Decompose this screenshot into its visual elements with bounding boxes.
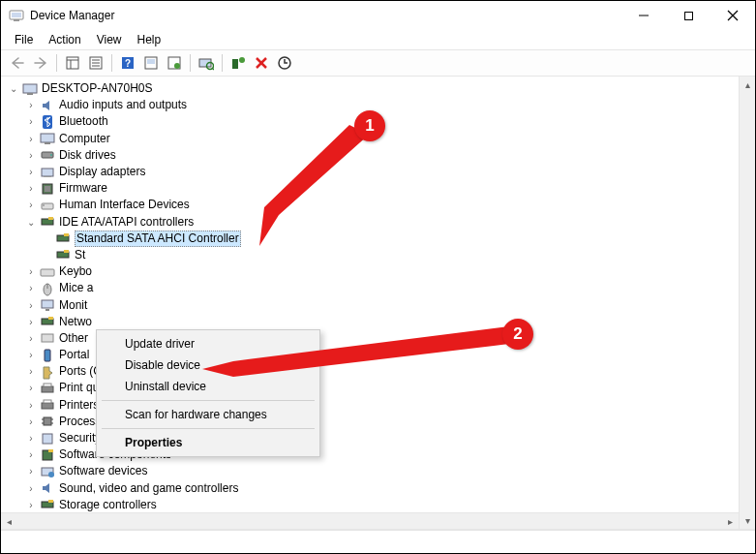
ports-icon xyxy=(40,364,55,380)
chevron-right-icon[interactable]: › xyxy=(24,398,38,412)
disk-icon xyxy=(40,147,55,163)
maximize-button[interactable] xyxy=(666,1,711,30)
chevron-right-icon[interactable]: › xyxy=(24,432,38,446)
chevron-right-icon[interactable]: › xyxy=(24,148,38,162)
menu-view[interactable]: View xyxy=(89,31,130,48)
scroll-up-icon[interactable]: ▴ xyxy=(740,77,755,93)
hid-icon xyxy=(40,198,55,213)
chevron-right-icon[interactable]: › xyxy=(24,331,38,345)
menu-file[interactable]: File xyxy=(7,31,41,48)
svg-rect-35 xyxy=(42,169,53,176)
chevron-right-icon[interactable]: › xyxy=(24,265,38,279)
selected-device-label[interactable]: Standard SATA AHCI Controller xyxy=(75,231,241,247)
chevron-right-icon[interactable]: › xyxy=(24,99,38,112)
root-label[interactable]: DESKTOP-AN70H0S xyxy=(42,80,153,97)
svg-rect-47 xyxy=(41,269,54,276)
chevron-right-icon[interactable]: › xyxy=(24,315,38,328)
chevron-right-icon[interactable]: › xyxy=(24,382,38,395)
svg-rect-46 xyxy=(64,250,69,253)
chevron-right-icon[interactable]: › xyxy=(24,298,38,312)
toolbar-icon-a[interactable] xyxy=(140,52,162,74)
chevron-right-icon[interactable]: › xyxy=(24,448,38,462)
chevron-down-icon[interactable]: ⌄ xyxy=(7,82,20,96)
svg-rect-2 xyxy=(14,19,19,21)
close-button[interactable] xyxy=(711,1,755,30)
show-hide-tree-button[interactable] xyxy=(62,52,83,74)
chevron-right-icon[interactable]: › xyxy=(24,282,38,295)
ctx-disable-device[interactable]: Disable device xyxy=(100,354,317,376)
scroll-down-icon[interactable]: ▾ xyxy=(740,512,755,529)
device-tree[interactable]: ⌄ DESKTOP-AN70H0S ›Audio inputs and outp… xyxy=(1,77,755,530)
software-component-icon xyxy=(40,447,55,463)
ctx-scan-hardware[interactable]: Scan for hardware changes xyxy=(100,404,317,425)
tree-item-label[interactable]: Computer xyxy=(59,131,110,147)
tree-item-label[interactable]: Storage controllers xyxy=(59,497,157,513)
tree-item-label[interactable]: Other xyxy=(59,330,88,347)
vertical-scrollbar[interactable]: ▴ ▾ xyxy=(739,77,755,529)
scroll-right-icon[interactable]: ▸ xyxy=(722,513,739,529)
scroll-left-icon[interactable]: ◂ xyxy=(1,513,17,529)
chevron-right-icon[interactable]: › xyxy=(24,349,38,362)
chevron-right-icon[interactable]: › xyxy=(24,498,38,511)
menu-help[interactable]: Help xyxy=(130,31,169,48)
tree-item-label[interactable]: Keybo xyxy=(59,263,92,280)
tree-item-label[interactable]: Monit xyxy=(59,297,87,314)
tree-item-label[interactable]: Audio inputs and outputs xyxy=(59,97,187,113)
monitor-icon xyxy=(40,297,55,313)
svg-text:?: ? xyxy=(125,58,131,69)
chevron-right-icon[interactable]: › xyxy=(24,132,38,145)
update-driver-button[interactable] xyxy=(274,52,295,74)
ctx-update-driver[interactable]: Update driver xyxy=(100,333,317,354)
svg-rect-57 xyxy=(44,384,51,386)
svg-rect-42 xyxy=(48,217,53,220)
back-button[interactable] xyxy=(7,52,28,74)
menu-separator xyxy=(102,400,315,401)
svg-point-24 xyxy=(239,57,245,63)
tree-item-label[interactable]: Software devices xyxy=(59,463,147,479)
ctx-uninstall-device[interactable]: Uninstall device xyxy=(100,376,317,397)
add-hardware-button[interactable] xyxy=(227,52,249,74)
menubar: File Action View Help xyxy=(1,30,755,49)
tree-item-label[interactable]: Disk drives xyxy=(59,147,116,164)
chevron-right-icon[interactable]: › xyxy=(24,199,38,212)
toolbar-icon-b[interactable] xyxy=(164,52,185,74)
chevron-right-icon[interactable]: › xyxy=(24,166,38,179)
chevron-right-icon[interactable]: › xyxy=(24,115,38,129)
tree-item-label[interactable]: Human Interface Devices xyxy=(59,197,190,213)
svg-rect-1 xyxy=(12,13,21,17)
tree-item-label[interactable]: Bluetooth xyxy=(59,113,108,130)
chevron-right-icon[interactable]: › xyxy=(24,182,38,196)
svg-rect-44 xyxy=(64,233,69,236)
tree-item-label[interactable]: Display adapters xyxy=(59,164,145,180)
chevron-right-icon[interactable]: › xyxy=(24,415,38,428)
svg-rect-56 xyxy=(42,386,53,392)
minimize-button[interactable] xyxy=(621,1,666,30)
tree-item-label[interactable]: IDE ATA/ATAPI controllers xyxy=(59,214,194,231)
horizontal-scrollbar[interactable]: ◂ ▸ xyxy=(1,512,739,529)
tree-item-label[interactable]: Firmware xyxy=(59,180,107,197)
print-queue-icon xyxy=(40,381,55,396)
tree-item-label[interactable]: Sound, video and game controllers xyxy=(59,480,238,497)
tree-item-label[interactable]: Portal xyxy=(59,347,89,363)
tree-item-label[interactable]: Netwo xyxy=(59,314,92,330)
svg-rect-4 xyxy=(684,12,692,19)
chevron-right-icon[interactable]: › xyxy=(24,481,38,495)
ctx-properties[interactable]: Properties xyxy=(100,432,317,453)
security-icon xyxy=(40,431,55,446)
forward-button[interactable] xyxy=(30,52,51,74)
chevron-right-icon[interactable]: › xyxy=(24,365,38,379)
help-toolbar-button[interactable]: ? xyxy=(117,52,138,74)
chevron-down-icon[interactable]: ⌄ xyxy=(24,215,38,229)
tree-item-label[interactable]: St xyxy=(75,247,85,263)
properties-toolbar-button[interactable] xyxy=(85,52,106,74)
svg-rect-55 xyxy=(45,350,50,361)
tree-item-label[interactable]: Mice a xyxy=(59,280,93,296)
chevron-right-icon[interactable]: › xyxy=(24,465,38,478)
display-adapter-icon xyxy=(40,165,55,180)
svg-rect-60 xyxy=(44,417,51,425)
tree-item-label[interactable]: Printers xyxy=(59,397,99,414)
statusbar xyxy=(1,530,755,551)
menu-action[interactable]: Action xyxy=(41,31,88,48)
remove-device-button[interactable] xyxy=(251,52,272,74)
scan-hardware-button[interactable] xyxy=(196,52,217,74)
